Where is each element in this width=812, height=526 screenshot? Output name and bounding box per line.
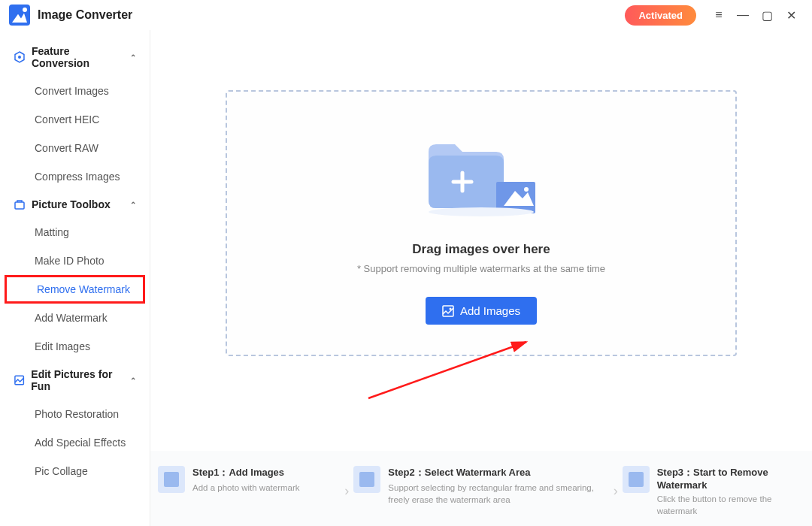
svg-rect-10 bbox=[443, 306, 453, 316]
maximize-icon[interactable]: ▢ bbox=[755, 3, 779, 27]
chevron-right-icon: › bbox=[344, 483, 349, 499]
sidebar-section-feature-conversion[interactable]: Feature Conversion⌃ bbox=[0, 38, 150, 77]
sidebar-item-make-id-photo[interactable]: Make ID Photo bbox=[0, 246, 150, 275]
sidebar-item-convert-raw[interactable]: Convert RAW bbox=[0, 134, 150, 162]
sidebar-item-add-watermark[interactable]: Add Watermark bbox=[0, 304, 150, 332]
section-label: Edit Pictures for Fun bbox=[31, 368, 130, 392]
step-3: Step3：Start to Remove Watermark Click th… bbox=[623, 466, 804, 517]
step-remove-icon bbox=[623, 466, 650, 493]
toolbox-icon bbox=[14, 198, 26, 210]
chevron-up-icon: ⌃ bbox=[130, 53, 136, 62]
folder-plus-icon bbox=[421, 137, 541, 219]
sidebar-item-add-special-effects[interactable]: Add Special Effects bbox=[0, 428, 150, 457]
sidebar-item-convert-images[interactable]: Convert Images bbox=[0, 77, 150, 105]
sidebar-item-remove-watermark[interactable]: Remove Watermark bbox=[5, 275, 145, 304]
sidebar-item-photo-restoration[interactable]: Photo Restoration bbox=[0, 400, 150, 428]
step-1: Step1：Add Images Add a photo with waterm… bbox=[158, 466, 340, 494]
app-title: Image Converter bbox=[38, 8, 132, 22]
step-desc: Click the button to remove the watermark bbox=[657, 493, 804, 517]
chevron-up-icon: ⌃ bbox=[130, 201, 136, 209]
step-desc: Support selecting by rectangular frame a… bbox=[388, 482, 608, 506]
title-bar: Image Converter Activated ≡ — ▢ ✕ bbox=[0, 0, 812, 30]
svg-point-8 bbox=[524, 187, 529, 192]
step-add-icon bbox=[158, 466, 185, 493]
svg-point-9 bbox=[429, 207, 534, 216]
app-logo-icon bbox=[9, 5, 30, 26]
hexagon-icon bbox=[14, 51, 26, 63]
svg-rect-2 bbox=[15, 202, 24, 209]
step-title: Step3：Start to Remove Watermark bbox=[657, 466, 804, 491]
close-icon[interactable]: ✕ bbox=[779, 3, 803, 27]
dropzone-title: Drag images over here bbox=[412, 242, 550, 257]
add-images-button[interactable]: Add Images bbox=[426, 297, 537, 325]
sidebar-item-compress-images[interactable]: Compress Images bbox=[0, 162, 150, 191]
minimize-icon[interactable]: — bbox=[731, 3, 755, 27]
hamburger-menu-icon[interactable]: ≡ bbox=[707, 3, 731, 27]
sidebar-item-convert-heic[interactable]: Convert HEIC bbox=[0, 105, 150, 134]
chevron-right-icon: › bbox=[614, 483, 618, 499]
step-select-icon bbox=[353, 466, 380, 493]
picture-icon bbox=[14, 374, 25, 386]
sidebar-section-picture-toolbox[interactable]: Picture Toolbox⌃ bbox=[0, 191, 150, 218]
activated-badge: Activated bbox=[625, 5, 696, 26]
steps-bar: Step1：Add Images Add a photo with waterm… bbox=[150, 451, 812, 526]
main-content: Drag images over here * Support removing… bbox=[150, 30, 812, 526]
step-title: Step2：Select Watermark Area bbox=[388, 466, 608, 479]
sidebar-section-edit-fun[interactable]: Edit Pictures for Fun⌃ bbox=[0, 361, 150, 400]
sidebar-item-pic-collage[interactable]: Pic Collage bbox=[0, 457, 150, 485]
svg-point-11 bbox=[449, 307, 451, 310]
chevron-up-icon: ⌃ bbox=[130, 376, 136, 385]
step-title: Step1：Add Images bbox=[192, 466, 300, 479]
section-label: Feature Conversion bbox=[32, 45, 130, 69]
image-plus-icon bbox=[442, 305, 454, 317]
section-label: Picture Toolbox bbox=[32, 198, 111, 210]
dropzone[interactable]: Drag images over here * Support removing… bbox=[226, 90, 737, 356]
sidebar-item-matting[interactable]: Matting bbox=[0, 218, 150, 246]
sidebar-item-edit-images[interactable]: Edit Images bbox=[0, 332, 150, 361]
svg-point-1 bbox=[18, 56, 21, 59]
dropzone-subtitle: * Support removing multiple watermarks a… bbox=[357, 263, 605, 274]
add-images-label: Add Images bbox=[460, 304, 520, 317]
step-2: Step2：Select Watermark Area Support sele… bbox=[353, 466, 608, 506]
sidebar: Feature Conversion⌃ Convert Images Conve… bbox=[0, 30, 150, 526]
step-desc: Add a photo with watermark bbox=[192, 482, 300, 494]
